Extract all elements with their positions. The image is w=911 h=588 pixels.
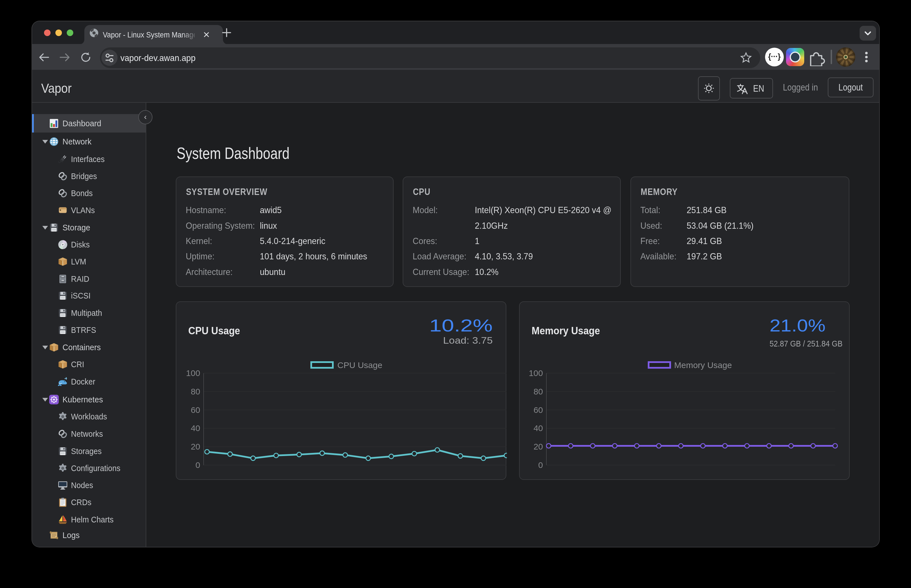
svg-text:40: 40 <box>534 423 543 433</box>
svg-text:100: 100 <box>186 368 200 378</box>
svg-text:80: 80 <box>534 387 543 396</box>
svg-text:60: 60 <box>191 405 200 415</box>
svg-text:80: 80 <box>191 387 200 396</box>
svg-text:0: 0 <box>195 460 200 470</box>
svg-text:60: 60 <box>534 405 543 415</box>
svg-text:0: 0 <box>538 460 543 470</box>
svg-text:40: 40 <box>191 423 200 433</box>
svg-text:100: 100 <box>529 368 543 378</box>
svg-text:20: 20 <box>191 442 200 451</box>
svg-text:20: 20 <box>534 442 543 451</box>
